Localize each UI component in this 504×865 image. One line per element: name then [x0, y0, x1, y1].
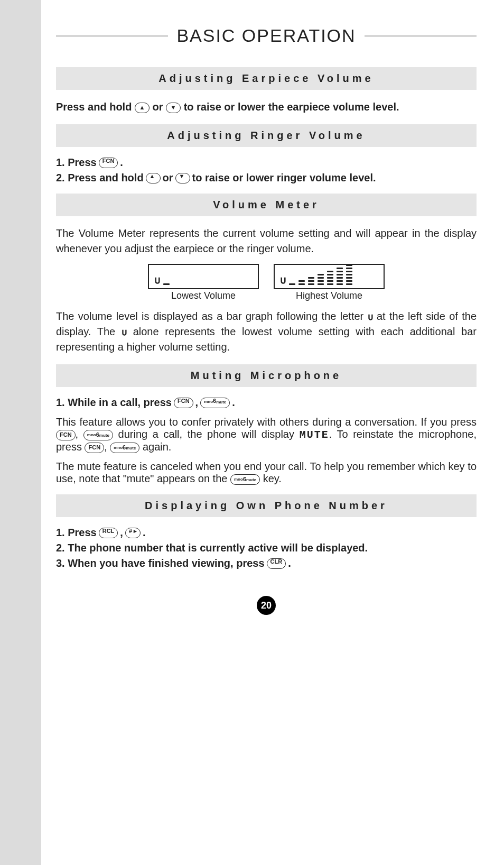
section-muting: Muting Microphone — [56, 364, 477, 387]
rcl-key-icon: RCL — [99, 528, 118, 538]
earpiece-instruction: Press and hold ▲ or ▼ to raise or lower … — [56, 99, 477, 115]
left-gutter — [0, 0, 41, 865]
display-own-step-3: 3. When you have finished viewing, press… — [56, 557, 477, 569]
page-title-bar: BASIC OPERATION — [56, 25, 477, 46]
text: again. — [143, 441, 172, 453]
text: . — [120, 157, 123, 169]
lcd-high-block: ᴜ Highest Volume — [274, 264, 385, 301]
lcd-low-block: ᴜ Lowest Volume — [148, 264, 259, 301]
fcn-key-icon: FCN — [56, 430, 76, 440]
muting-para-a: This feature allows you to confer privat… — [56, 416, 477, 453]
down-key-icon: ▼ — [175, 173, 190, 183]
page-title: BASIC OPERATION — [176, 25, 356, 46]
text: , — [104, 441, 110, 453]
fcn-key-icon: FCN — [85, 443, 104, 453]
six-mute-key-icon: mno6mute — [230, 474, 260, 485]
text: to raise or lower ringer volume level. — [192, 172, 376, 184]
bar-icon — [327, 271, 333, 285]
bar-icon — [337, 268, 343, 285]
bar-icon — [298, 280, 305, 285]
bar-icon — [289, 283, 295, 285]
lcd-high-icon: ᴜ — [274, 264, 385, 289]
muting-step-1: 1. While in a call, press FCN, mno6mute. — [56, 397, 477, 409]
text: The volume level is displayed as a bar g… — [56, 310, 368, 322]
display-own-step-1: 1. Press RCL, # ▸. — [56, 527, 477, 539]
volume-meter-para2: The volume level is displayed as a bar g… — [56, 309, 477, 355]
six-mute-key-icon: mno6mute — [83, 430, 113, 440]
text: . — [232, 397, 235, 409]
text: 2. Press and hold — [56, 172, 144, 184]
volume-meter-para1: The Volume Meter represents the current … — [56, 226, 477, 256]
fcn-key-icon: FCN — [99, 158, 118, 168]
clr-key-icon: CLR — [267, 558, 286, 569]
bar-icon — [163, 283, 170, 285]
text: 1. While in a call, press — [56, 397, 172, 409]
text: during a call, the phone will display — [118, 428, 300, 440]
up-key-icon: ▲ — [146, 173, 161, 183]
section-volume-meter: Volume Meter — [56, 194, 477, 216]
lcd-low-caption: Lowest Volume — [171, 290, 236, 301]
text: . — [143, 527, 146, 539]
six-mute-key-icon: mno6mute — [200, 398, 230, 408]
display-own-step-2: 2. The phone number that is currently ac… — [56, 542, 477, 554]
v-glyph-icon: ᴜ — [280, 274, 286, 285]
section-display-own: Displaying Own Phone Number — [56, 494, 477, 517]
fcn-key-icon: FCN — [174, 398, 193, 408]
bar-icon — [346, 264, 352, 285]
text: or — [163, 172, 173, 184]
text: 1. Press — [56, 157, 97, 169]
muting-para-b: The mute feature is canceled when you en… — [56, 461, 477, 485]
text: , — [120, 527, 123, 539]
up-key-icon: ▲ — [135, 103, 150, 113]
v-glyph-icon: ᴜ — [368, 311, 373, 322]
text: 1. Press — [56, 527, 97, 539]
section-adjust-ringer: Adjusting Ringer Volume — [56, 124, 477, 147]
mute-display-icon: MUTE — [300, 429, 329, 441]
title-rule-right — [365, 35, 477, 37]
text: . — [288, 557, 291, 569]
text: Press and hold — [56, 101, 135, 113]
six-mute-key-icon: mno6mute — [110, 443, 139, 453]
v-glyph-icon: ᴜ — [122, 326, 127, 337]
title-rule-left — [56, 35, 168, 37]
text: , — [76, 428, 83, 440]
text: This feature allows you to confer privat… — [56, 416, 477, 428]
down-key-icon: ▼ — [166, 103, 181, 113]
v-glyph-icon: ᴜ — [154, 274, 160, 285]
ringer-step-1: 1. Press FCN . — [56, 157, 477, 169]
text: key. — [263, 473, 282, 484]
lcd-low-icon: ᴜ — [148, 264, 259, 289]
page-content: BASIC OPERATION Adjusting Earpiece Volum… — [41, 0, 504, 865]
page-number-badge: 20 — [257, 596, 276, 615]
text: , — [195, 397, 199, 409]
text: or — [153, 101, 166, 113]
bar-icon — [318, 274, 324, 285]
bar-icon — [308, 277, 314, 285]
section-adjust-earpiece: Adjusting Earpiece Volume — [56, 67, 477, 90]
text: 2. The phone number that is currently ac… — [56, 542, 368, 554]
text: 3. When you have finished viewing, press — [56, 557, 265, 569]
lcd-high-caption: Highest Volume — [296, 290, 362, 301]
ringer-step-2: 2. Press and hold ▲ or ▼ to raise or low… — [56, 172, 477, 184]
text: to raise or lower the earpiece volume le… — [184, 101, 399, 113]
hash-key-icon: # ▸ — [125, 528, 141, 538]
lcd-row: ᴜ Lowest Volume ᴜ Highest Volume — [56, 264, 477, 301]
